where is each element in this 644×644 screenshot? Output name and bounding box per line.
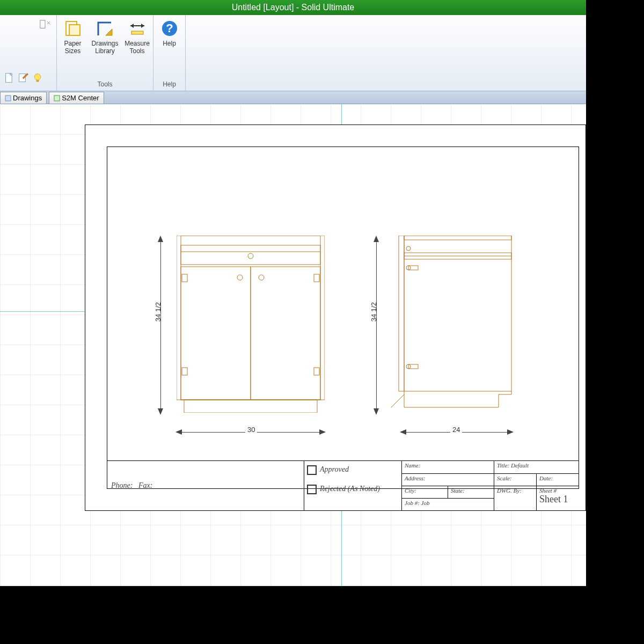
- paper-sizes-label-2: Sizes: [65, 47, 80, 55]
- svg-marker-13: [130, 24, 134, 28]
- sheet-num-value: Sheet 1: [539, 494, 568, 504]
- phone-label: Phone:: [111, 481, 133, 490]
- paper-sizes-icon: [64, 19, 82, 38]
- tab-s2m-label: S2M Center: [62, 94, 99, 102]
- ribbon-group-help-label: Help: [163, 79, 176, 90]
- layout-tool-icon[interactable]: [39, 19, 51, 31]
- rejected-label: Rejected (As Noted): [320, 485, 380, 493]
- svg-rect-18: [5, 96, 11, 101]
- svg-rect-30: [182, 368, 187, 375]
- drawings-library-label-1: Drawings: [91, 40, 118, 47]
- checkbox-icon: [307, 465, 317, 475]
- drawings-library-button[interactable]: DrawingsLibrary: [89, 18, 121, 56]
- paper-sizes-button[interactable]: PaperSizes: [57, 18, 89, 56]
- arrow-icon: [400, 429, 406, 435]
- rejected-checkbox-row[interactable]: Rejected (As Noted): [307, 485, 399, 494]
- title-bar: Untitled [Layout] - Solid Ultimate: [0, 0, 586, 15]
- field-title: Title: Default: [494, 461, 579, 473]
- arrow-icon: [374, 408, 379, 415]
- sheet-num-label: Sheet #: [539, 487, 557, 494]
- measure-tools-label-1: Measure: [125, 40, 150, 47]
- ribbon: PaperSizes DrawingsLibrary MeasureTools …: [0, 15, 586, 91]
- new-page-icon[interactable]: [4, 72, 15, 83]
- svg-point-24: [248, 253, 253, 259]
- drawings-library-label-2: Library: [95, 47, 115, 55]
- fax-label: Fax:: [138, 481, 152, 490]
- measure-tools-label-2: Tools: [129, 47, 144, 55]
- ribbon-group-tools-label: Tools: [97, 79, 112, 90]
- svg-rect-25: [181, 267, 251, 400]
- dim-front-height-label: 34 1/2: [154, 302, 162, 321]
- svg-rect-10: [69, 25, 80, 35]
- svg-line-44: [391, 394, 404, 407]
- dim-side-height-line: [376, 237, 377, 411]
- field-address: Address:: [402, 473, 494, 486]
- arrow-icon: [507, 429, 514, 435]
- drawing-sheet[interactable]: 34 1/2 30 34 1/2 24 Phone: Fax:: [85, 125, 586, 511]
- svg-rect-19: [54, 96, 60, 101]
- svg-marker-14: [141, 24, 144, 28]
- doc-tabs: Drawings S2M Center: [0, 91, 586, 104]
- help-label: Help: [163, 40, 176, 47]
- edit-page-icon[interactable]: [18, 72, 29, 83]
- tab-drawings[interactable]: Drawings: [0, 92, 47, 104]
- svg-rect-32: [314, 368, 319, 375]
- arrow-icon: [319, 429, 326, 435]
- cabinet-front-view[interactable]: [177, 236, 325, 413]
- approved-label: Approved: [320, 465, 349, 473]
- measure-tools-icon: [128, 19, 147, 38]
- s2m-tab-icon: [54, 95, 60, 101]
- arrow-icon: [158, 408, 163, 415]
- dim-front-height-line: [160, 237, 161, 411]
- svg-rect-26: [251, 267, 320, 400]
- title-block: Phone: Fax: Approved Rejected (As Noted)…: [107, 460, 579, 510]
- field-job: Job #: Job: [402, 498, 494, 510]
- svg-rect-29: [182, 274, 187, 282]
- ribbon-group-help: ? Help Help: [153, 15, 186, 91]
- field-scale: Scale:: [494, 473, 537, 486]
- svg-point-27: [237, 275, 243, 280]
- field-state: State:: [448, 486, 494, 498]
- svg-text:?: ?: [166, 21, 173, 35]
- svg-rect-15: [131, 31, 143, 34]
- tab-drawings-label: Drawings: [13, 94, 42, 102]
- arrow-icon: [374, 236, 379, 242]
- svg-rect-35: [404, 236, 511, 240]
- field-date: Date:: [537, 473, 579, 486]
- drawings-library-icon: [96, 19, 114, 38]
- cabinet-side-view[interactable]: [391, 236, 520, 413]
- arrow-icon: [175, 429, 182, 435]
- field-name: Name:: [402, 461, 494, 473]
- measure-tools-button[interactable]: MeasureTools: [121, 18, 153, 56]
- field-sheet: Sheet # Sheet 1: [537, 486, 579, 510]
- tab-s2m-center[interactable]: S2M Center: [49, 92, 104, 104]
- ribbon-group-tools: PaperSizes DrawingsLibrary MeasureTools …: [57, 15, 153, 91]
- idea-icon[interactable]: [32, 72, 43, 83]
- approved-checkbox-row[interactable]: Approved: [307, 465, 399, 475]
- field-dwg-by: DWG. By:: [494, 486, 537, 510]
- help-button[interactable]: ? Help: [153, 18, 186, 48]
- svg-rect-33: [184, 400, 317, 413]
- svg-rect-22: [181, 245, 320, 265]
- svg-point-28: [259, 275, 264, 280]
- ribbon-quick-access: [0, 15, 57, 91]
- paper-sizes-label-1: Paper: [64, 40, 81, 47]
- arrow-icon: [158, 236, 163, 242]
- field-city: City:: [402, 486, 448, 498]
- svg-rect-31: [314, 274, 319, 282]
- svg-marker-11: [106, 29, 112, 35]
- svg-rect-0: [40, 20, 45, 28]
- checkbox-icon: [307, 485, 317, 494]
- dim-front-width-label: 30: [245, 426, 257, 434]
- drawings-tab-icon: [5, 95, 11, 101]
- help-icon: ?: [160, 19, 179, 38]
- dim-side-height-label: 34 1/2: [370, 302, 378, 321]
- svg-point-39: [406, 246, 411, 251]
- drawing-canvas[interactable]: 34 1/2 30 34 1/2 24 Phone: Fax:: [0, 104, 586, 586]
- svg-rect-8: [36, 80, 39, 82]
- dim-side-width-label: 24: [450, 426, 462, 434]
- svg-rect-38: [399, 236, 404, 391]
- svg-point-7: [34, 74, 41, 80]
